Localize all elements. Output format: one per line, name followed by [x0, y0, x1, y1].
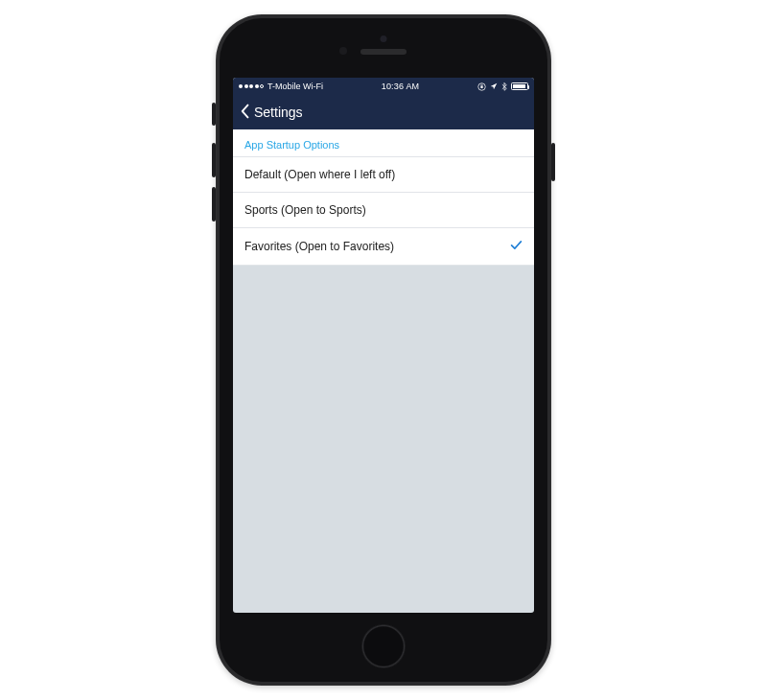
carrier-label: T-Mobile Wi-Fi [267, 82, 323, 91]
option-default[interactable]: Default (Open where I left off) [233, 157, 534, 193]
status-right [477, 82, 528, 91]
status-left: T-Mobile Wi-Fi [239, 82, 323, 91]
status-bar: T-Mobile Wi-Fi 10:36 AM [233, 78, 534, 95]
back-chevron-icon[interactable] [239, 104, 252, 122]
option-sports[interactable]: Sports (Open to Sports) [233, 193, 534, 228]
back-button-label[interactable]: Settings [254, 105, 303, 120]
orientation-lock-icon [477, 82, 486, 91]
bluetooth-icon [501, 82, 507, 91]
earpiece-speaker [360, 49, 407, 55]
option-label: Default (Open where I left off) [244, 168, 395, 181]
nav-bar: Settings [233, 95, 534, 129]
volume-up-button [212, 143, 216, 177]
section-header: App Startup Options [233, 129, 534, 157]
location-icon [490, 82, 498, 90]
option-favorites[interactable]: Favorites (Open to Favorites) [233, 228, 534, 266]
proximity-sensor [339, 47, 347, 55]
phone-bezel: T-Mobile Wi-Fi 10:36 AM [220, 18, 547, 682]
option-label: Favorites (Open to Favorites) [244, 240, 394, 253]
screen: T-Mobile Wi-Fi 10:36 AM [233, 78, 534, 613]
mute-switch [212, 103, 216, 126]
signal-strength-icon [239, 84, 264, 88]
checkmark-icon [510, 239, 523, 254]
volume-down-button [212, 187, 216, 222]
front-camera [381, 35, 387, 42]
status-time: 10:36 AM [382, 82, 420, 91]
phone-frame: T-Mobile Wi-Fi 10:36 AM [216, 14, 551, 686]
power-button [551, 143, 555, 181]
battery-icon [511, 82, 528, 90]
home-button[interactable] [361, 624, 406, 668]
svg-rect-1 [480, 85, 482, 88]
option-label: Sports (Open to Sports) [244, 203, 366, 217]
